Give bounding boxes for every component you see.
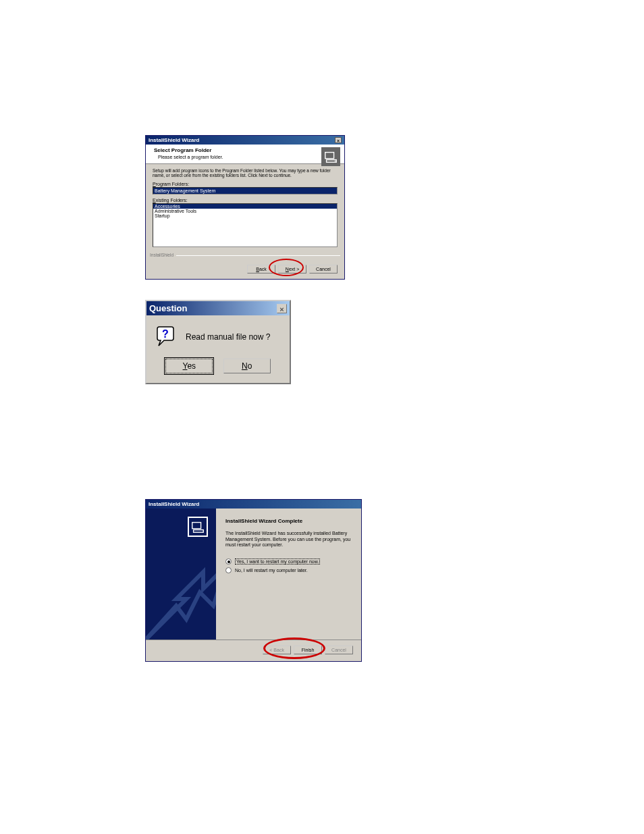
- program-folders-label: Program Folders:: [153, 182, 338, 186]
- program-folders-input[interactable]: Battery Management System: [153, 187, 338, 194]
- header-title: Select Program Folder: [154, 147, 336, 153]
- list-item[interactable]: Administrative Tools: [153, 209, 337, 213]
- complete-body: The InstallShield Wizard has successfull…: [225, 531, 352, 548]
- dialog-buttons: Back Next > Cancel: [146, 261, 344, 279]
- dialog-buttons: Yes No: [146, 359, 290, 383]
- close-icon[interactable]: ×: [277, 304, 287, 313]
- dialog-title-text: Question: [149, 303, 187, 313]
- dialog-title-bar[interactable]: InstallShield Wizard ×: [146, 136, 344, 145]
- yes-button[interactable]: Yes: [165, 359, 213, 373]
- finish-button[interactable]: Finish: [294, 646, 322, 654]
- next-button[interactable]: Next >: [278, 265, 306, 273]
- no-button[interactable]: No: [223, 359, 271, 373]
- cancel-button[interactable]: Cancel: [309, 265, 338, 273]
- instruction-text: Setup will add program icons to the Prog…: [153, 168, 338, 178]
- dialog-title-text: InstallShield Wizard: [149, 137, 200, 143]
- radio-icon[interactable]: [225, 567, 232, 573]
- cancel-button: Cancel: [325, 646, 353, 654]
- list-item[interactable]: Startup: [153, 213, 337, 218]
- separator: InstallShield: [150, 255, 340, 261]
- dialog-title-text: InstallShield Wizard: [149, 501, 200, 507]
- restart-later-option[interactable]: No, I will restart my computer later.: [225, 567, 352, 573]
- svg-rect-0: [325, 153, 334, 159]
- close-icon[interactable]: ×: [335, 137, 342, 143]
- radio-icon[interactable]: [225, 558, 232, 565]
- back-button: < Back: [263, 646, 291, 654]
- question-message: Read manual file now ?: [186, 332, 270, 342]
- svg-rect-5: [194, 530, 204, 533]
- dialog-title-bar[interactable]: Question ×: [146, 301, 290, 315]
- dialog-buttons: < Back Finish Cancel: [146, 640, 361, 661]
- restart-now-option[interactable]: Yes, I want to restart my computer now.: [225, 558, 352, 565]
- computer-box-icon: [321, 147, 340, 166]
- existing-folders-listbox[interactable]: Accessories Administrative Tools Startup: [153, 203, 338, 247]
- arrow-decoration-icon: [146, 552, 216, 640]
- computer-box-icon: [188, 517, 208, 537]
- dialog-header: Select Program Folder Please select a pr…: [146, 145, 344, 164]
- dialog-title-bar[interactable]: InstallShield Wizard: [146, 500, 361, 509]
- question-dialog: Question × ? Read manual file now ? Yes …: [145, 300, 291, 384]
- svg-text:?: ?: [162, 328, 169, 340]
- dialog-body: Setup will add program icons to the Prog…: [146, 164, 344, 250]
- question-icon: ?: [155, 326, 176, 348]
- svg-point-2: [335, 161, 336, 161]
- dialog-content: InstallShield Wizard Complete The Instal…: [216, 509, 361, 640]
- existing-folders-label: Existing Folders:: [153, 198, 338, 203]
- complete-heading: InstallShield Wizard Complete: [225, 518, 352, 524]
- installshield-complete-dialog: InstallShield Wizard InstallShield Wizar…: [145, 499, 362, 662]
- radio-label: No, I will restart my computer later.: [235, 568, 308, 573]
- side-graphic: [146, 509, 216, 640]
- list-item[interactable]: Accessories: [153, 204, 337, 209]
- header-subtitle: Please select a program folder.: [158, 155, 336, 159]
- back-button[interactable]: Back: [247, 265, 275, 273]
- svg-rect-4: [192, 523, 201, 529]
- radio-label: Yes, I want to restart my computer now.: [235, 558, 320, 565]
- installshield-select-folder-dialog: InstallShield Wizard × Select Program Fo…: [145, 135, 345, 280]
